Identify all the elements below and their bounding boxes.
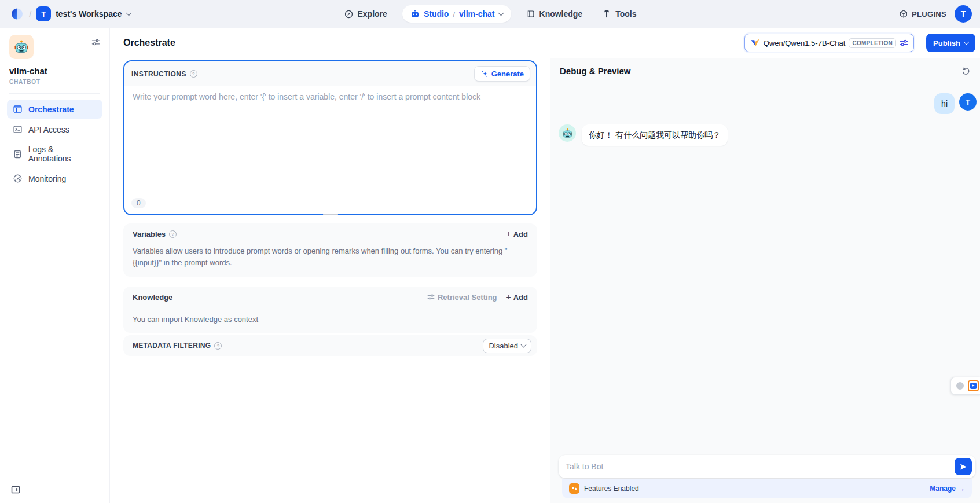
add-knowledge-button[interactable]: + Add: [506, 292, 528, 302]
sidebar-item-api-access[interactable]: API Access: [7, 120, 102, 139]
chat-input[interactable]: [566, 462, 955, 471]
nav-item-label: Tools: [615, 9, 636, 19]
book-icon: [526, 9, 535, 19]
workspace-avatar[interactable]: T: [36, 6, 51, 21]
send-icon: [959, 462, 968, 471]
instructions-card: INSTRUCTIONS ? Generate: [123, 60, 537, 215]
retrieval-setting-label: Retrieval Setting: [438, 293, 497, 302]
refresh-icon: [961, 66, 971, 76]
resize-handle[interactable]: [323, 214, 338, 215]
sidebar-item-monitoring[interactable]: Monitoring: [7, 169, 102, 188]
add-variable-button[interactable]: + Add: [506, 229, 528, 238]
nav-item-explore[interactable]: Explore: [339, 6, 392, 23]
right-column: Orchestrate Qwen/Qwen1.5-7B-Chat COMPLET…: [110, 28, 980, 503]
nav-right: PLUGINS T: [899, 5, 972, 23]
orchestrate-icon: [13, 104, 23, 114]
sidebar-item-label: API Access: [28, 125, 69, 134]
model-selector[interactable]: Qwen/Qwen1.5-7B-Chat COMPLETION: [744, 34, 914, 52]
app-page: / T test's Workspace Explore Studio: [0, 0, 980, 503]
top-nav: / T test's Workspace Explore Studio: [0, 0, 980, 28]
chat-input-bar: [559, 455, 975, 478]
chevron-down-icon: [521, 342, 527, 348]
robot-icon: [410, 9, 420, 19]
knowledge-title: Knowledge: [133, 293, 172, 302]
chat-message-bot: 你好！ 有什么问题我可以帮助你吗？: [559, 124, 980, 145]
publish-button[interactable]: Publish: [926, 34, 975, 52]
collapse-sidebar-button[interactable]: [10, 484, 21, 497]
send-button[interactable]: [955, 458, 972, 475]
app-type-badge: CHATBOT: [9, 79, 100, 85]
knowledge-card: Knowledge Retrieval Setting: [123, 287, 537, 333]
dify-logo-icon[interactable]: [9, 6, 24, 21]
nav-item-tools[interactable]: Tools: [597, 6, 641, 22]
app-sidebar: vllm-chat CHATBOT Orchestrate: [0, 28, 110, 503]
extension-icon: [968, 380, 979, 391]
chat-message-user: hi T: [550, 93, 977, 114]
restart-conversation-button[interactable]: [961, 66, 971, 76]
workspace-name[interactable]: test's Workspace: [56, 9, 122, 19]
bot-message-bubble: 你好！ 有什么问题我可以帮助你吗？: [582, 124, 728, 145]
help-icon[interactable]: ?: [190, 70, 197, 78]
features-label: Features Enabled: [584, 484, 925, 493]
knowledge-header: Knowledge Retrieval Setting: [123, 287, 537, 307]
content-row: vllm-chat CHATBOT Orchestrate: [0, 28, 980, 503]
chevron-down-icon[interactable]: [498, 10, 504, 16]
app-name: vllm-chat: [9, 66, 100, 76]
work-row: INSTRUCTIONS ? Generate: [110, 58, 980, 503]
studio-app-name: vllm-chat: [459, 9, 494, 19]
publish-label: Publish: [933, 39, 960, 47]
chevron-down-icon[interactable]: [126, 10, 131, 16]
sliders-icon: [427, 293, 435, 301]
nav-separator: /: [29, 9, 31, 19]
bot-chat-avatar: [559, 124, 576, 142]
knowledge-description: You can import Knowledge as context: [123, 307, 537, 333]
retrieval-setting-button[interactable]: Retrieval Setting: [427, 293, 497, 302]
add-label: Add: [513, 230, 528, 238]
debug-title: Debug & Preview: [560, 66, 631, 76]
sidebar-item-logs-annotations[interactable]: Logs & Annotations: [7, 140, 102, 168]
sparkle-icon: [480, 70, 489, 78]
orchestrate-panel: INSTRUCTIONS ? Generate: [110, 58, 550, 503]
page-title: Orchestrate: [123, 38, 175, 48]
app-settings-button[interactable]: [91, 38, 100, 49]
manage-label: Manage: [930, 484, 956, 493]
extension-dot-icon: [956, 382, 964, 390]
manage-features-link[interactable]: Manage →: [930, 484, 965, 493]
nav-item-knowledge[interactable]: Knowledge: [522, 6, 588, 22]
prompt-editor[interactable]: [133, 92, 528, 197]
header-actions: Qwen/Qwen1.5-7B-Chat COMPLETION Publ: [744, 34, 975, 52]
document-icon: [13, 149, 23, 159]
metadata-filtering-toggle[interactable]: Disabled: [483, 339, 531, 353]
help-icon[interactable]: ?: [169, 230, 177, 238]
nav-item-studio[interactable]: Studio / vllm-chat: [402, 5, 511, 23]
debug-header: Debug & Preview: [550, 58, 980, 79]
sliders-icon: [900, 39, 908, 47]
generate-label: Generate: [491, 69, 524, 78]
sidebar-item-label: Monitoring: [28, 174, 66, 183]
robot-emoji-icon: [562, 128, 573, 139]
variables-card: Variables ? + Add Variables allow users …: [123, 223, 537, 277]
features-icon: [569, 483, 579, 494]
model-params-button[interactable]: [900, 39, 908, 47]
plugins-button[interactable]: PLUGINS: [899, 9, 946, 19]
browser-extension-widget[interactable]: [950, 377, 980, 395]
plugins-label: PLUGINS: [912, 10, 946, 19]
app-card: vllm-chat CHATBOT: [0, 35, 109, 85]
model-mode-badge: COMPLETION: [849, 38, 896, 48]
nav-item-label: Knowledge: [539, 9, 583, 19]
variables-description: Variables allow users to introduce promp…: [123, 238, 537, 277]
gauge-icon: [13, 174, 23, 183]
help-icon[interactable]: ?: [214, 342, 222, 350]
app-icon[interactable]: [9, 35, 34, 59]
user-avatar[interactable]: T: [955, 5, 972, 23]
chevron-down-icon: [964, 39, 970, 45]
nav-left: / T test's Workspace: [9, 6, 131, 21]
sidebar-item-orchestrate[interactable]: Orchestrate: [7, 100, 102, 119]
hammer-icon: [602, 9, 611, 19]
generate-button[interactable]: Generate: [474, 66, 530, 82]
nav-center: Explore Studio / vllm-chat Knowledge: [339, 0, 641, 28]
arrow-right-icon: →: [958, 484, 965, 493]
char-count-badge: 0: [131, 198, 146, 208]
metadata-filtering-value: Disabled: [489, 342, 518, 350]
plus-icon: +: [506, 292, 511, 302]
